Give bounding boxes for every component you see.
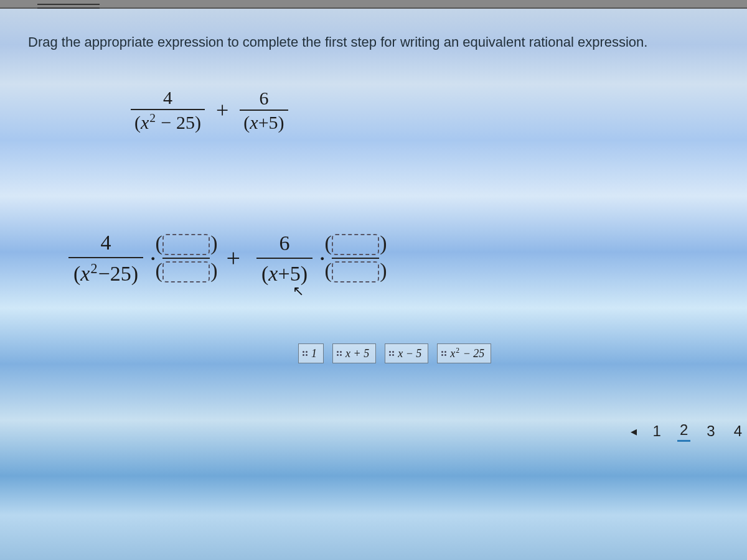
paren-right-icon: ) — [210, 231, 217, 255]
step-frac1-numerator: 4 — [95, 230, 116, 257]
original-expression: 4 (x2 − 25) + 6 (x+5) — [131, 87, 288, 133]
paren-left-icon: ( — [155, 259, 162, 282]
tile-x-plus-5-label: x + 5 — [345, 347, 369, 360]
pager-page-4[interactable]: 4 — [731, 421, 745, 441]
paren-left-icon: ( — [324, 231, 331, 255]
step-fraction-2: 6 (x+5) — [256, 231, 312, 286]
drag-grip-icon — [389, 351, 394, 356]
step-frac2-denominator: (x+5) — [256, 258, 312, 286]
pager-page-3[interactable]: 3 — [704, 421, 717, 441]
plus-sign: + — [226, 243, 240, 273]
tile-x2-minus-25-label: x2 − 25 — [450, 347, 484, 360]
orig-fraction-1: 4 (x2 − 25) — [131, 87, 205, 133]
step-frac1-denominator: (x2−25) — [68, 257, 143, 286]
step-frac2-numerator: 6 — [274, 231, 294, 258]
plus-sign: + — [216, 97, 228, 123]
window-top-edge — [0, 0, 747, 9]
multiply-dot-1: · — [151, 248, 156, 269]
multiply-dot-2: · — [320, 248, 325, 269]
paren-right-icon: ) — [210, 259, 217, 282]
pager-page-1[interactable]: 1 — [651, 421, 664, 441]
paren-right-icon: ) — [380, 259, 387, 282]
tile-1[interactable]: 1 — [298, 343, 324, 363]
multiplier-fraction-1: ( ) ( ) — [162, 234, 210, 282]
paren-right-icon: ) — [380, 231, 387, 255]
pager-prev-button[interactable]: ◂ — [631, 424, 637, 439]
tile-1-label: 1 — [311, 347, 317, 360]
tile-x-minus-5[interactable]: x − 5 — [385, 343, 428, 363]
drag-grip-icon — [337, 351, 342, 356]
orig-frac1-denominator: (x2 − 25) — [131, 109, 205, 133]
drag-grip-icon — [303, 351, 308, 356]
drop-target-2-denominator[interactable]: ( ) — [332, 261, 379, 282]
draggable-tiles-row: 1 x + 5 x − 5 x2 − 25 — [298, 343, 491, 363]
orig-frac1-numerator: 4 — [159, 87, 176, 109]
step-fraction-1: 4 (x2−25) — [68, 230, 143, 286]
pager-page-2[interactable]: 2 — [677, 420, 690, 442]
orig-frac2-denominator: (x+5) — [240, 110, 288, 133]
drop-target-1-denominator[interactable]: ( ) — [162, 261, 210, 282]
tile-x2-minus-25[interactable]: x2 − 25 — [437, 343, 491, 363]
orig-fraction-2: 6 (x+5) — [240, 88, 288, 133]
instruction-text: Drag the appropriate expression to compl… — [28, 34, 647, 50]
paren-left-icon: ( — [324, 259, 331, 282]
multiplier-fraction-2: ( ) ( ) — [332, 234, 379, 282]
drop-target-2-numerator[interactable]: ( ) — [332, 234, 379, 255]
step-expression: 4 (x2−25) · ( ) ( ) + 6 (x+5) · ( ) ( ) — [68, 230, 379, 286]
paren-left-icon: ( — [155, 231, 162, 255]
orig-frac2-numerator: 6 — [255, 88, 272, 110]
tile-x-minus-5-label: x − 5 — [398, 347, 421, 360]
tile-x-plus-5[interactable]: x + 5 — [332, 343, 376, 363]
drop-target-1-numerator[interactable]: ( ) — [162, 234, 210, 255]
step-pager: ◂ 1 2 3 4 — [631, 420, 747, 442]
drag-grip-icon — [441, 351, 446, 356]
